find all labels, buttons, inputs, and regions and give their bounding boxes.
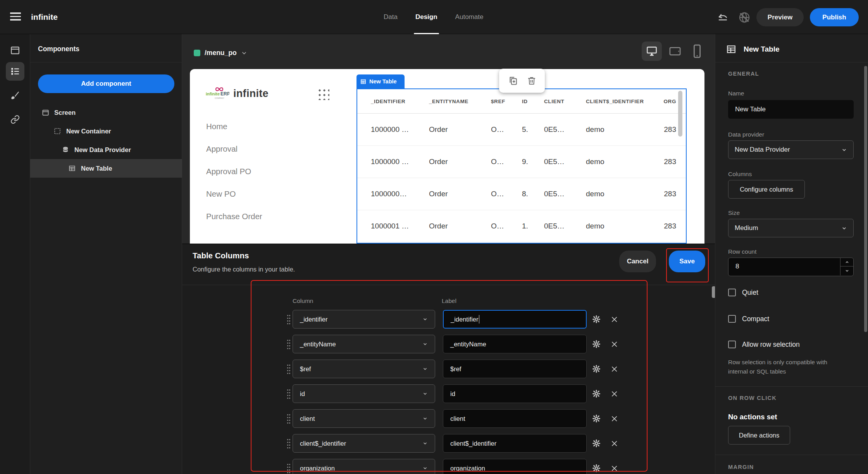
device-tablet-button[interactable] — [667, 44, 683, 59]
size-select[interactable]: Medium — [728, 219, 854, 237]
remove-column-button[interactable] — [609, 335, 619, 353]
app-logo: infinite ERP COMPANY — [205, 86, 229, 102]
device-phone-button[interactable] — [691, 43, 704, 60]
widget-selection-tab[interactable]: New Table — [356, 74, 405, 88]
row-count-input[interactable]: 8 — [728, 258, 854, 276]
label-input[interactable]: organization — [443, 459, 587, 474]
delete-icon[interactable] — [527, 76, 536, 85]
save-button[interactable]: Save — [669, 251, 705, 272]
duplicate-icon[interactable] — [508, 76, 518, 86]
compact-checkbox[interactable] — [728, 315, 736, 323]
chevron-down-icon — [841, 147, 847, 153]
column-select[interactable]: $ref — [293, 360, 435, 378]
tree-item-data-provider[interactable]: New Data Provider — [30, 140, 182, 159]
table-row[interactable]: 1000000…OrderO…8.0E5…demo283 — [357, 178, 686, 210]
nav-item-approval-po[interactable]: Approval PO — [206, 167, 251, 176]
remove-column-button[interactable] — [609, 434, 619, 453]
drag-handle[interactable] — [287, 339, 291, 349]
screens-icon[interactable] — [6, 41, 24, 60]
undo-icon[interactable] — [717, 12, 729, 25]
allow-row-selection-checkbox-label: Allow row selection — [742, 341, 800, 349]
table-widget[interactable]: _IDENTIFIER _ENTITYNAME $REF ID CLIENT C… — [356, 88, 687, 244]
drag-handle[interactable] — [287, 388, 291, 399]
tab-data[interactable]: Data — [384, 0, 398, 34]
table-row[interactable]: 1000000 …OrderO…9.0E5…demo283 — [357, 145, 686, 178]
table-columns-sheet: Table Columns Configure the columns in y… — [182, 244, 715, 474]
page-selector[interactable]: /menu_po — [194, 49, 247, 57]
chevron-down-icon — [422, 441, 428, 446]
drag-handle[interactable] — [287, 413, 291, 424]
table-scrollbar[interactable] — [678, 91, 682, 137]
remove-column-button[interactable] — [609, 310, 619, 329]
configure-columns-button[interactable]: Configure columns — [728, 180, 805, 199]
column-settings-button[interactable] — [591, 335, 601, 353]
table-row[interactable]: 1000001 …OrderO…1.0E5…demo283 — [357, 210, 686, 242]
tree-item-table[interactable]: New Table — [30, 159, 182, 178]
chevron-down-icon — [422, 391, 428, 396]
remove-column-button[interactable] — [609, 459, 619, 474]
stepper-up-button[interactable] — [840, 258, 853, 266]
remove-column-button[interactable] — [609, 409, 619, 428]
drag-handle[interactable] — [287, 314, 291, 325]
column-settings-button[interactable] — [591, 434, 601, 453]
preview-button[interactable]: Preview — [756, 8, 804, 26]
hamburger-menu-icon[interactable] — [10, 12, 21, 21]
theme-brush-icon[interactable] — [6, 86, 24, 105]
column-select[interactable]: id — [293, 384, 435, 403]
on-row-click-section-label: ON ROW CLICK — [728, 395, 777, 401]
column-config-row: _identifier _identifier — [182, 310, 715, 329]
remove-column-button[interactable] — [609, 384, 619, 403]
allow-row-selection-checkbox[interactable] — [728, 341, 736, 348]
nav-item-purchase-order[interactable]: Purchase Order — [206, 212, 262, 221]
divider — [715, 62, 868, 62]
device-desktop-button[interactable] — [642, 42, 662, 61]
links-icon[interactable] — [6, 110, 24, 129]
column-settings-button[interactable] — [591, 360, 601, 378]
drag-handle[interactable] — [287, 438, 291, 449]
column-settings-button[interactable] — [591, 384, 601, 403]
column-select[interactable]: _entityName — [293, 335, 435, 353]
label-input[interactable]: client$_identifier — [443, 434, 587, 453]
define-actions-button[interactable]: Define actions — [728, 426, 790, 445]
active-tab-underline — [414, 33, 439, 34]
nav-item-new-po[interactable]: New PO — [206, 189, 236, 199]
data-provider-select[interactable]: New Data Provider — [728, 140, 854, 159]
left-icon-rail — [0, 34, 30, 474]
column-settings-button[interactable] — [591, 459, 601, 474]
label-input[interactable]: client — [443, 409, 587, 428]
tree-item-screen[interactable]: Screen — [30, 103, 182, 122]
divider — [30, 62, 182, 62]
name-input[interactable]: New Table — [728, 100, 854, 119]
publish-button[interactable]: Publish — [810, 8, 859, 26]
label-input[interactable]: $ref — [443, 360, 587, 378]
components-icon[interactable] — [6, 62, 24, 81]
label-input[interactable]: _entityName — [443, 335, 587, 353]
stepper-down-button[interactable] — [840, 266, 853, 275]
nav-item-approval[interactable]: Approval — [206, 144, 238, 154]
quiet-checkbox[interactable] — [728, 289, 736, 296]
column-settings-button[interactable] — [591, 409, 601, 428]
drag-handle[interactable] — [287, 463, 291, 474]
column-config-row: _entityName _entityName — [182, 335, 715, 353]
tab-automate[interactable]: Automate — [455, 0, 484, 34]
add-component-button[interactable]: Add component — [38, 74, 174, 93]
cancel-button[interactable]: Cancel — [619, 251, 656, 272]
column-select[interactable]: client$_identifier — [293, 434, 435, 453]
column-settings-button[interactable] — [591, 310, 601, 329]
column-select[interactable]: _identifier — [293, 310, 435, 329]
remove-column-button[interactable] — [609, 360, 619, 378]
column-select[interactable]: organization — [293, 459, 435, 474]
drag-handle[interactable] — [287, 363, 291, 374]
label-input[interactable]: id — [443, 384, 587, 403]
svg-text:ERP: ERP — [220, 91, 229, 97]
column-select[interactable]: client — [293, 409, 435, 428]
nav-item-home[interactable]: Home — [206, 122, 227, 131]
drag-handle-grid-icon[interactable] — [317, 88, 329, 100]
tab-design[interactable]: Design — [415, 0, 437, 34]
table-icon — [68, 165, 76, 172]
inspector-scrollbar[interactable] — [864, 66, 867, 332]
tree-item-container[interactable]: New Container — [30, 122, 182, 140]
table-row[interactable]: 1000000 …OrderO…5.0E5…demo283 — [357, 113, 686, 145]
table-icon — [726, 44, 736, 56]
label-input[interactable]: _identifier — [443, 310, 587, 329]
